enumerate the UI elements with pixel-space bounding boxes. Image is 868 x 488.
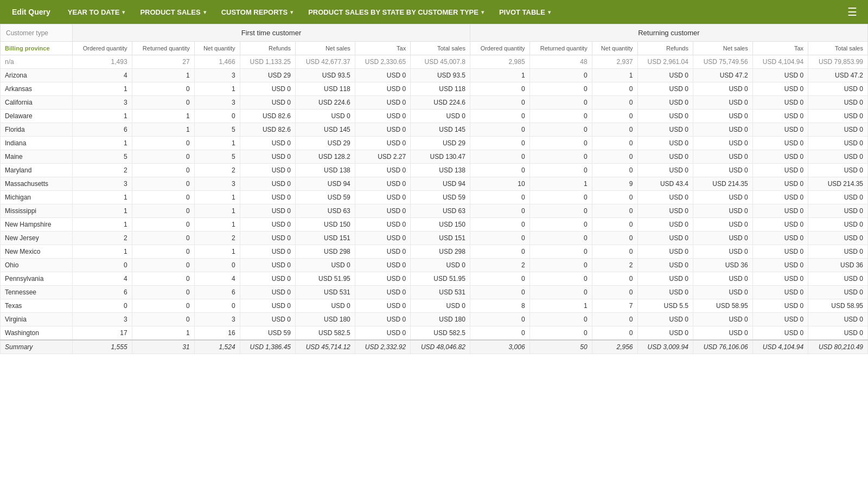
rc-cell: USD 0 (752, 191, 808, 204)
rc-cell: USD 0 (808, 110, 868, 123)
rc-cell: 0 (529, 96, 592, 110)
ftc-cell: USD 94 (295, 177, 355, 191)
rc-cell: USD 214.35 (693, 177, 752, 191)
rc-cell: USD 0 (693, 286, 752, 299)
rc-cell: USD 4,104.94 (752, 55, 808, 69)
chevron-down-icon: ▾ (548, 9, 551, 15)
state-cell: New Jersey (1, 232, 73, 245)
rc-cell: 0 (470, 191, 529, 204)
rc-cell: USD 0 (637, 164, 693, 177)
ftc-cell: USD 0 (355, 204, 410, 218)
rc-cell: USD 0 (693, 245, 752, 259)
top-navbar: Edit Query YEAR TO DATE ▾ PRODUCT SALES … (0, 0, 868, 24)
rc-cell: 0 (470, 232, 529, 245)
report-title-menu[interactable]: PRODUCT SALES BY STATE BY CUSTOMER TYPE … (301, 0, 492, 24)
ftc-cell: USD 59 (411, 191, 470, 204)
ftc-cell: 1,493 (72, 55, 132, 69)
state-cell: Maryland (1, 164, 73, 177)
rc-cell: USD 0 (808, 123, 868, 137)
rc-cell: 0 (592, 286, 637, 299)
ftc-cell: USD 29 (240, 69, 295, 82)
column-header-row: Billing province Ordered quantity Return… (1, 42, 868, 55)
ftc-cell: USD 0 (240, 286, 295, 299)
year-to-date-menu[interactable]: YEAR TO DATE ▾ (60, 0, 133, 24)
rc-cell: 0 (470, 286, 529, 299)
rc-cell: 1 (529, 177, 592, 191)
state-cell: Virginia (1, 313, 73, 326)
rc-cell: USD 0 (693, 164, 752, 177)
ftc-cell: 1 (72, 218, 132, 232)
ftc-cell: 2 (194, 232, 240, 245)
rc-cell: 0 (529, 82, 592, 96)
rc-cell: USD 0 (808, 326, 868, 341)
ftc-cell: USD 531 (295, 286, 355, 299)
rc-cell: 0 (592, 218, 637, 232)
product-sales-menu[interactable]: PRODUCT SALES ▾ (132, 0, 213, 24)
ftc-cell: USD 0 (355, 123, 410, 137)
state-cell: Ohio (1, 259, 73, 272)
rc-cell: USD 0 (693, 150, 752, 164)
ftc-cell: 0 (72, 259, 132, 272)
ftc-ordered-qty-col: Ordered quantity (72, 42, 132, 55)
rc-cell: 0 (592, 191, 637, 204)
year-to-date-label: YEAR TO DATE (68, 8, 120, 16)
rc-cell: 0 (529, 232, 592, 245)
rc-cell: USD 0 (752, 286, 808, 299)
summary-rc-cell: USD 76,106.06 (693, 340, 752, 354)
ftc-cell: USD 29 (295, 137, 355, 150)
ftc-cell: USD 118 (411, 82, 470, 96)
rc-cell: USD 0 (637, 245, 693, 259)
ftc-cell: USD 0 (355, 326, 410, 341)
custom-reports-menu[interactable]: CUSTOM REPORTS ▾ (214, 0, 301, 24)
ftc-cell: 17 (72, 326, 132, 341)
rc-cell: 2,985 (470, 55, 529, 69)
rc-cell: 1 (529, 299, 592, 313)
ftc-cell: USD 0 (355, 164, 410, 177)
pivot-table-menu[interactable]: PIVOT TABLE ▾ (492, 0, 558, 24)
ftc-cell: 1 (72, 204, 132, 218)
ftc-cell: USD 0 (240, 259, 295, 272)
ftc-cell: USD 0 (355, 82, 410, 96)
ftc-cell: USD 0 (355, 286, 410, 299)
table-row: Michigan101USD 0USD 59USD 0USD 59000USD … (1, 191, 868, 204)
rc-cell: USD 0 (693, 110, 752, 123)
ftc-cell: USD 63 (295, 204, 355, 218)
ftc-cell: USD 0 (240, 150, 295, 164)
table-row: n/a1,493271,466USD 1,133.25USD 42,677.37… (1, 55, 868, 69)
ftc-cell: USD 59 (240, 326, 295, 341)
rc-cell: USD 0 (752, 299, 808, 313)
rc-cell: 0 (470, 218, 529, 232)
ftc-cell: 0 (194, 259, 240, 272)
rc-cell: USD 0 (693, 313, 752, 326)
table-row: New Hampshire101USD 0USD 150USD 0USD 150… (1, 218, 868, 232)
ftc-cell: USD 0 (355, 110, 410, 123)
state-cell: Arizona (1, 69, 73, 82)
ftc-cell: USD 0 (240, 245, 295, 259)
summary-ftc-cell: 1,555 (72, 340, 132, 354)
ftc-cell: 5 (194, 150, 240, 164)
ftc-cell: USD 151 (411, 232, 470, 245)
rc-cell: 0 (470, 137, 529, 150)
rc-cell: 0 (470, 96, 529, 110)
summary-rc-cell: USD 80,210.49 (808, 340, 868, 354)
summary-rc-cell: 3,006 (470, 340, 529, 354)
ftc-net-sales-col: Net sales (295, 42, 355, 55)
ftc-cell: 3 (72, 96, 132, 110)
rc-cell: USD 79,853.99 (808, 55, 868, 69)
hamburger-menu-button[interactable]: ☰ (841, 5, 864, 18)
table-row: Mississippi101USD 0USD 63USD 0USD 63000U… (1, 204, 868, 218)
ftc-cell: 0 (132, 150, 194, 164)
rc-ordered-qty-col: Ordered quantity (470, 42, 529, 55)
ftc-cell: 3 (72, 177, 132, 191)
customer-type-label: Customer type (1, 24, 73, 42)
edit-query-button[interactable]: Edit Query (4, 0, 60, 24)
ftc-cell: USD 0 (411, 259, 470, 272)
rc-cell: 0 (592, 313, 637, 326)
rc-cell: USD 0 (752, 123, 808, 137)
rc-cell: USD 0 (808, 164, 868, 177)
rc-cell: 2 (592, 259, 637, 272)
group-header-row: Customer type First time customer Return… (1, 24, 868, 42)
rc-refunds-col: Refunds (637, 42, 693, 55)
rc-cell: USD 58.95 (808, 299, 868, 313)
ftc-cell: USD 0 (355, 313, 410, 326)
